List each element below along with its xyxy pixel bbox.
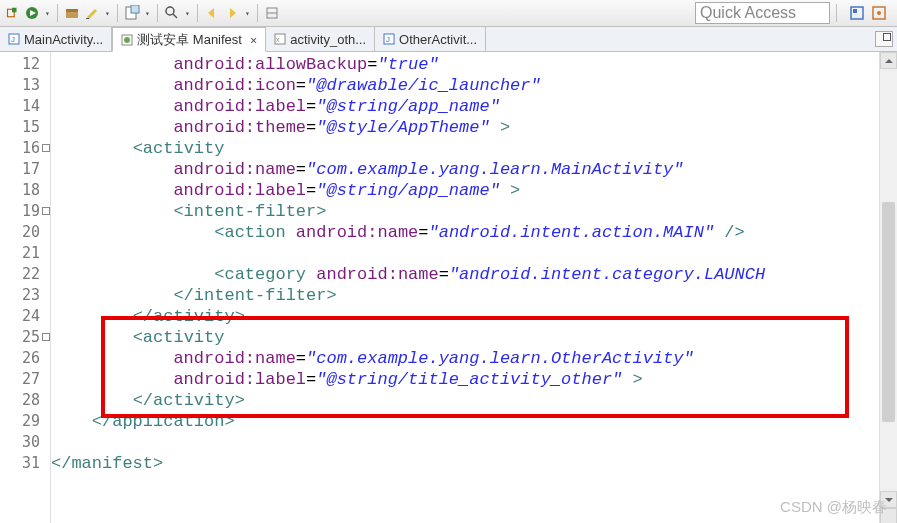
edit-dropdown-icon[interactable]: ▾: [104, 5, 111, 21]
run-dropdown-icon[interactable]: ▾: [44, 5, 51, 21]
quick-access-placeholder: Quick Access: [700, 4, 796, 22]
perspective-java-icon[interactable]: [849, 5, 865, 21]
line-number: 15: [0, 117, 50, 138]
separator-icon: [157, 4, 158, 22]
line-number: 12: [0, 54, 50, 75]
tab-otheractivity[interactable]: J OtherActivit...: [375, 27, 486, 51]
search-icon[interactable]: [164, 5, 180, 21]
tab-activity-other-xml[interactable]: x activity_oth...: [266, 27, 375, 51]
svg-rect-7: [86, 18, 89, 19]
svg-marker-12: [208, 8, 214, 18]
svg-text:J: J: [11, 35, 15, 44]
separator-icon: [117, 4, 118, 22]
tab-manifest[interactable]: 测试安卓 Manifest ✕: [112, 27, 266, 52]
svg-text:x: x: [276, 36, 280, 43]
run-icon[interactable]: [24, 5, 40, 21]
edit-icon[interactable]: [84, 5, 100, 21]
tab-label: activity_oth...: [290, 32, 366, 47]
svg-line-11: [173, 14, 177, 18]
app-root: ▾ ▾ ▾ ▾ ▾ Quick Access: [0, 0, 897, 523]
code-editor[interactable]: android:allowBackup="true" android:icon=…: [51, 52, 879, 523]
svg-marker-13: [230, 8, 236, 18]
line-number: 29: [0, 411, 50, 432]
scroll-down-icon[interactable]: [880, 491, 897, 508]
line-number: 24: [0, 306, 50, 327]
line-number: 31: [0, 453, 50, 474]
line-number: 30: [0, 432, 50, 453]
quick-access-input[interactable]: Quick Access: [695, 2, 830, 24]
line-number: 21: [0, 243, 50, 264]
line-number[interactable]: 16: [0, 138, 50, 159]
svg-rect-9: [131, 5, 139, 13]
line-number: 14: [0, 96, 50, 117]
line-number[interactable]: 19: [0, 201, 50, 222]
line-number-gutter: 12 13 14 15 16 17 18 19 20 21 22 23 24 2…: [0, 52, 51, 523]
tab-label: MainActivity...: [24, 32, 103, 47]
line-number[interactable]: 25: [0, 327, 50, 348]
tab-label: OtherActivit...: [399, 32, 477, 47]
tab-mainactivity[interactable]: J MainActivity...: [0, 27, 112, 51]
scroll-up-icon[interactable]: [880, 52, 897, 69]
line-number: 23: [0, 285, 50, 306]
editor-tabbar: J MainActivity... 测试安卓 Manifest ✕ x acti…: [0, 27, 897, 52]
line-number: 18: [0, 180, 50, 201]
svg-marker-6: [87, 9, 97, 19]
nav-dropdown-icon[interactable]: ▾: [244, 5, 251, 21]
svg-point-23: [124, 37, 130, 43]
line-number: 27: [0, 369, 50, 390]
java-file-icon: J: [383, 33, 395, 45]
tab-label: 测试安卓 Manifest: [137, 31, 242, 49]
open-type-icon[interactable]: [124, 5, 140, 21]
java-file-icon: J: [8, 33, 20, 45]
new-plugin-icon[interactable]: [4, 5, 20, 21]
line-number: 28: [0, 390, 50, 411]
separator-icon: [197, 4, 198, 22]
line-number: 22: [0, 264, 50, 285]
svg-point-10: [166, 7, 174, 15]
pin-editor-icon[interactable]: [264, 5, 280, 21]
perspective-other-icon[interactable]: [871, 5, 887, 21]
separator-icon: [836, 4, 837, 22]
nav-prev-icon[interactable]: [204, 5, 220, 21]
svg-text:J: J: [386, 35, 390, 44]
line-number: 20: [0, 222, 50, 243]
line-number: 13: [0, 75, 50, 96]
svg-rect-1: [12, 8, 17, 13]
minimize-editor-button[interactable]: [875, 31, 893, 47]
search-dropdown-icon[interactable]: ▾: [184, 5, 191, 21]
xml-file-icon: x: [274, 33, 286, 45]
package-icon[interactable]: [64, 5, 80, 21]
scrollbar-thumb[interactable]: [882, 202, 895, 422]
svg-rect-17: [853, 9, 857, 13]
scrollbar-corner: [880, 508, 897, 523]
close-icon[interactable]: ✕: [250, 33, 257, 47]
separator-icon: [57, 4, 58, 22]
editor-area: 12 13 14 15 16 17 18 19 20 21 22 23 24 2…: [0, 52, 897, 523]
line-number: 26: [0, 348, 50, 369]
vertical-scrollbar[interactable]: [879, 52, 897, 523]
svg-rect-5: [66, 9, 78, 12]
svg-point-19: [877, 11, 881, 15]
open-type-dropdown-icon[interactable]: ▾: [144, 5, 151, 21]
nav-next-icon[interactable]: [224, 5, 240, 21]
separator-icon: [257, 4, 258, 22]
main-toolbar: ▾ ▾ ▾ ▾ ▾ Quick Access: [0, 0, 897, 27]
line-number: 17: [0, 159, 50, 180]
manifest-file-icon: [121, 34, 133, 46]
